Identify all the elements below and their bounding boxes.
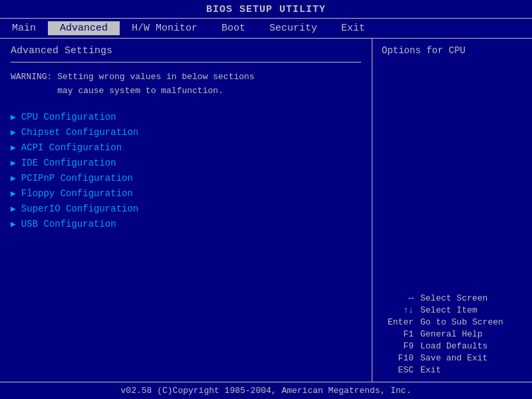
arrow-icon: ▶: [11, 158, 16, 168]
menu-item-label: SuperIO Configuration: [21, 203, 138, 214]
title-bar: BIOS SETUP UTILITY: [0, 0, 532, 18]
menu-item-label: ACPI Configuration: [21, 142, 122, 153]
nav-item-h/w-monitor[interactable]: H/W Monitor: [120, 21, 209, 35]
shortcut-row: F1General Help: [382, 329, 523, 339]
nav-item-main[interactable]: Main: [0, 21, 48, 35]
shortcut-key: Enter: [382, 317, 414, 327]
menu-item[interactable]: ▶SuperIO Configuration: [11, 202, 361, 215]
right-panel-title: Options for CPU: [382, 45, 523, 56]
shortcut-desc: Go to Sub Screen: [420, 317, 503, 327]
shortcuts-container: ↔Select Screen↑↓Select ItemEnterGo to Su…: [382, 293, 523, 375]
shortcut-desc: General Help: [420, 329, 483, 339]
menu-items-container: ▶CPU Configuration▶Chipset Configuration…: [11, 110, 361, 233]
shortcut-key: ↔: [382, 293, 414, 303]
menu-item-label: CPU Configuration: [21, 112, 116, 122]
nav-item-advanced[interactable]: Advanced: [48, 21, 120, 35]
menu-item[interactable]: ▶PCIPnP Configuration: [11, 172, 361, 185]
arrow-icon: ▶: [11, 112, 16, 122]
shortcut-desc: Load Defaults: [420, 341, 487, 351]
shortcut-row: ESCExit: [382, 365, 523, 375]
status-text: v02.58 (C)Copyright 1985-2004, American …: [121, 386, 412, 396]
menu-item[interactable]: ▶IDE Configuration: [11, 156, 361, 170]
left-panel: Advanced Settings WARNING: Setting wrong…: [0, 39, 372, 382]
nav-item-boot[interactable]: Boot: [209, 21, 257, 35]
menu-item[interactable]: ▶Chipset Configuration: [11, 126, 361, 139]
shortcut-key: ESC: [382, 365, 414, 375]
right-panel: Options for CPU ↔Select Screen↑↓Select I…: [372, 39, 532, 382]
shortcut-key: F10: [382, 353, 414, 363]
arrow-icon: ▶: [11, 219, 16, 229]
shortcut-row: ↔Select Screen: [382, 293, 523, 303]
menu-item-label: Floppy Configuration: [21, 188, 133, 199]
shortcut-desc: Select Screen: [420, 293, 487, 303]
menu-item[interactable]: ▶Floppy Configuration: [11, 187, 361, 200]
status-bar: v02.58 (C)Copyright 1985-2004, American …: [0, 382, 532, 399]
arrow-icon: ▶: [11, 127, 16, 138]
warning-line1: WARNING: Setting wrong values in below s…: [11, 72, 255, 82]
content-area: Advanced Settings WARNING: Setting wrong…: [0, 39, 532, 382]
arrow-icon: ▶: [11, 188, 16, 199]
bios-screen: BIOS SETUP UTILITY MainAdvancedH/W Monit…: [0, 0, 532, 399]
arrow-icon: ▶: [11, 173, 16, 184]
menu-item[interactable]: ▶CPU Configuration: [11, 110, 361, 124]
shortcut-desc: Select Item: [420, 305, 477, 315]
shortcut-row: ↑↓Select Item: [382, 305, 523, 315]
shortcut-key: F1: [382, 329, 414, 339]
nav-item-security[interactable]: Security: [257, 21, 329, 35]
shortcut-desc: Exit: [420, 365, 441, 375]
shortcut-desc: Save and Exit: [420, 353, 487, 363]
shortcut-row: EnterGo to Sub Screen: [382, 317, 523, 327]
nav-bar: MainAdvancedH/W MonitorBootSecurityExit: [0, 18, 532, 39]
arrow-icon: ▶: [11, 203, 16, 214]
warning-text: WARNING: Setting wrong values in below s…: [11, 70, 361, 98]
menu-item-label: IDE Configuration: [21, 158, 116, 168]
section-title: Advanced Settings: [11, 45, 361, 57]
menu-item-label: USB Configuration: [21, 219, 116, 229]
bios-title: BIOS SETUP UTILITY: [206, 4, 326, 15]
menu-item[interactable]: ▶ACPI Configuration: [11, 141, 361, 154]
shortcut-key: ↑↓: [382, 305, 414, 315]
menu-item[interactable]: ▶USB Configuration: [11, 217, 361, 231]
shortcut-row: F10Save and Exit: [382, 353, 523, 363]
warning-line2: may cause system to malfunction.: [11, 86, 223, 96]
arrow-icon: ▶: [11, 142, 16, 153]
nav-item-exit[interactable]: Exit: [329, 21, 377, 35]
divider: [11, 62, 361, 63]
shortcut-row: F9Load Defaults: [382, 341, 523, 351]
menu-item-label: Chipset Configuration: [21, 127, 138, 138]
shortcut-key: F9: [382, 341, 414, 351]
menu-item-label: PCIPnP Configuration: [21, 173, 133, 184]
